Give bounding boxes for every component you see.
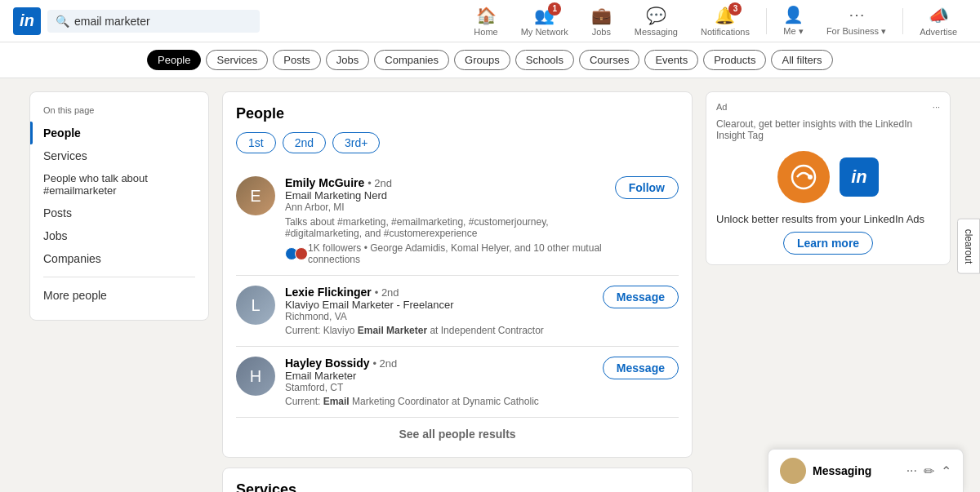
ad-headline: Unlock better results from your LinkedIn…	[716, 213, 940, 225]
filter-pill-courses[interactable]: Courses	[579, 50, 639, 70]
filter-tab-1st[interactable]: 1st	[236, 132, 276, 153]
mutual-text-emily: 1K followers • George Adamidis, Komal He…	[308, 242, 605, 265]
sidebar-item-companies[interactable]: Companies	[43, 247, 195, 270]
nav-advertise-label: Advertise	[920, 27, 957, 37]
person-title-lexie: Klaviyo Email Marketer - Freelancer	[285, 299, 593, 311]
nav-item-messaging[interactable]: 💬 Messaging	[625, 2, 688, 40]
nav-item-notifications[interactable]: 🔔3 Notifications	[691, 2, 760, 40]
sidebar-item-people-talk-about[interactable]: People who talk about #emailmarketer	[43, 167, 195, 202]
nav-jobs-label: Jobs	[592, 27, 611, 37]
person-mutual-emily: 1K followers • George Adamidis, Komal He…	[285, 242, 605, 265]
clearout-side-label[interactable]: clearout	[957, 218, 980, 274]
message-button-lexie[interactable]: Message	[603, 286, 679, 308]
search-icon: 🔍	[56, 15, 69, 28]
sidebar-item-more-people[interactable]: More people	[43, 284, 195, 307]
nav-item-jobs[interactable]: 💼 Jobs	[581, 2, 621, 40]
filter-tab-3rd[interactable]: 3rd+	[332, 132, 380, 153]
message-button-hayley[interactable]: Message	[603, 357, 679, 379]
person-result-hayley: H Hayley Bossidy • 2nd Email Marketer St…	[236, 347, 679, 418]
notifications-badge: 3	[728, 2, 742, 16]
messaging-bar[interactable]: Messaging ··· ✏ ⌃	[768, 449, 964, 492]
people-section: People 1st 2nd 3rd+ E Emily McGuire • 2n…	[222, 91, 693, 458]
filter-pill-all-filters[interactable]: All filters	[771, 50, 832, 70]
sidebar-item-services[interactable]: Services	[43, 144, 195, 167]
see-all-people[interactable]: See all people results	[236, 418, 679, 444]
person-action-hayley: Message	[603, 357, 679, 379]
sidebar-item-people[interactable]: People	[43, 122, 195, 144]
filter-pill-people[interactable]: People	[147, 50, 201, 70]
person-result-lexie: L Lexie Flickinger • 2nd Klaviyo Email M…	[236, 276, 679, 347]
filter-pill-groups[interactable]: Groups	[454, 50, 510, 70]
nav-my-network-label: My Network	[521, 27, 568, 37]
sidebar-divider	[43, 277, 195, 277]
nav-item-my-network[interactable]: 👥1 My Network	[511, 2, 578, 40]
person-name-emily[interactable]: Emily McGuire • 2nd	[285, 176, 392, 189]
sidebar-item-jobs[interactable]: Jobs	[43, 224, 195, 247]
person-result-emily: E Emily McGuire • 2nd Email Marketing Ne…	[236, 166, 679, 276]
ad-logo-area: in	[716, 151, 940, 203]
ad-logo-linkedin: in	[840, 157, 879, 197]
person-action-emily: Follow	[615, 176, 679, 199]
filter-pill-services[interactable]: Services	[206, 50, 268, 70]
jobs-icon: 💼	[591, 6, 612, 25]
sidebar-items-list: People Services People who talk about #e…	[43, 122, 195, 307]
filter-tab-2nd[interactable]: 2nd	[283, 132, 326, 153]
avatar-emily[interactable]: E	[236, 176, 275, 215]
person-info-hayley: Hayley Bossidy • 2nd Email Marketer Stam…	[285, 357, 593, 407]
nav-item-home[interactable]: 🏠 Home	[464, 2, 507, 40]
person-title-emily: Email Marketing Nerd	[285, 189, 605, 202]
main-layout: On this page People Services People who …	[16, 91, 964, 492]
my-network-badge: 1	[548, 2, 561, 16]
follow-button-emily[interactable]: Follow	[615, 176, 679, 199]
ad-company: Clearout, get better insights with the L…	[716, 118, 940, 141]
ad-menu-icon[interactable]: ···	[933, 102, 940, 112]
person-location-hayley: Stamford, CT	[285, 382, 593, 393]
ad-logo-clearout	[777, 151, 830, 203]
person-current-hayley: Current: Email Marketing Coordinator at …	[285, 396, 593, 407]
person-name-lexie[interactable]: Lexie Flickinger • 2nd	[285, 286, 399, 299]
me-icon: 👤	[783, 5, 804, 24]
nav-for-business-label: For Business ▾	[826, 26, 886, 37]
mutual-avatars-emily	[285, 247, 305, 260]
nav-home-label: Home	[474, 27, 497, 37]
sidebar-card: On this page People Services People who …	[29, 91, 209, 321]
person-name-hayley[interactable]: Hayley Bossidy • 2nd	[285, 357, 397, 370]
filter-pill-companies[interactable]: Companies	[374, 50, 449, 70]
for-business-icon: ⋯	[849, 5, 865, 24]
top-nav: in 🔍 🏠 Home 👥1 My Network 💼 Jobs 💬 Messa…	[0, 0, 980, 42]
person-title-hayley: Email Marketer	[285, 370, 593, 382]
my-network-icon: 👥1	[534, 6, 555, 25]
linkedin-logo[interactable]: in	[13, 7, 41, 35]
main-content: People 1st 2nd 3rd+ E Emily McGuire • 2n…	[222, 91, 693, 492]
ad-header: Ad ···	[716, 102, 940, 112]
filter-pill-products[interactable]: Products	[703, 50, 766, 70]
ad-label: Ad	[716, 102, 727, 112]
filter-pill-events[interactable]: Events	[644, 50, 698, 70]
filter-pill-schools[interactable]: Schools	[515, 50, 574, 70]
filter-pill-posts[interactable]: Posts	[273, 50, 321, 70]
services-section: Services H Haide Lissa Brewer • 2nd Entr…	[222, 468, 693, 492]
nav-item-me[interactable]: 👤 Me ▾	[773, 2, 813, 40]
clearout-label-text: clearout	[963, 228, 974, 264]
messaging-expand-icon[interactable]: ⌃	[941, 463, 951, 479]
avatar-lexie[interactable]: L	[236, 286, 275, 325]
nav-me-label: Me ▾	[783, 26, 803, 37]
person-about-emily: Talks about #marketing, #emailmarketing,…	[285, 216, 605, 239]
advertise-icon: 📣	[929, 6, 949, 25]
nav-messaging-label: Messaging	[635, 27, 678, 37]
nav-divider-2	[902, 8, 903, 34]
search-input[interactable]	[74, 15, 238, 28]
nav-item-advertise[interactable]: 📣 Advertise	[910, 2, 967, 40]
avatar-hayley[interactable]: H	[236, 357, 275, 396]
people-section-title: People	[236, 105, 679, 122]
person-location-emily: Ann Arbor, MI	[285, 202, 605, 213]
filter-pill-jobs[interactable]: Jobs	[326, 50, 369, 70]
svg-point-1	[808, 175, 813, 180]
messaging-compose-icon[interactable]: ✏	[924, 463, 934, 479]
services-section-title: Services	[236, 481, 679, 492]
learn-more-button[interactable]: Learn more	[783, 232, 873, 255]
messaging-menu-icon[interactable]: ···	[906, 463, 917, 479]
sidebar-title: On this page	[43, 105, 195, 115]
nav-item-for-business[interactable]: ⋯ For Business ▾	[817, 2, 896, 40]
sidebar-item-posts[interactable]: Posts	[43, 202, 195, 224]
